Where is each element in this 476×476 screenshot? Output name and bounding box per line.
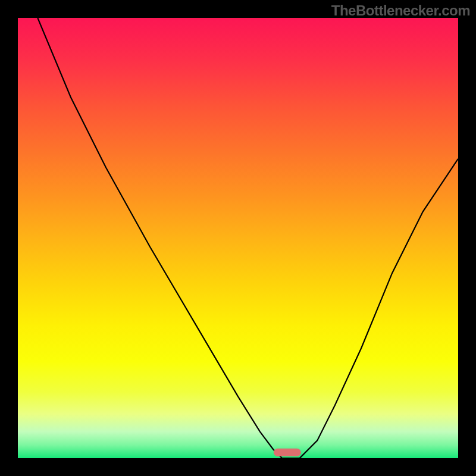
watermark-label: TheBottlenecker.com bbox=[331, 2, 470, 19]
plot-area bbox=[18, 18, 458, 458]
chart-svg bbox=[18, 18, 458, 458]
chart-container: TheBottlenecker.com bbox=[0, 0, 476, 476]
gradient-background bbox=[18, 18, 458, 458]
optimal-marker bbox=[274, 449, 301, 456]
